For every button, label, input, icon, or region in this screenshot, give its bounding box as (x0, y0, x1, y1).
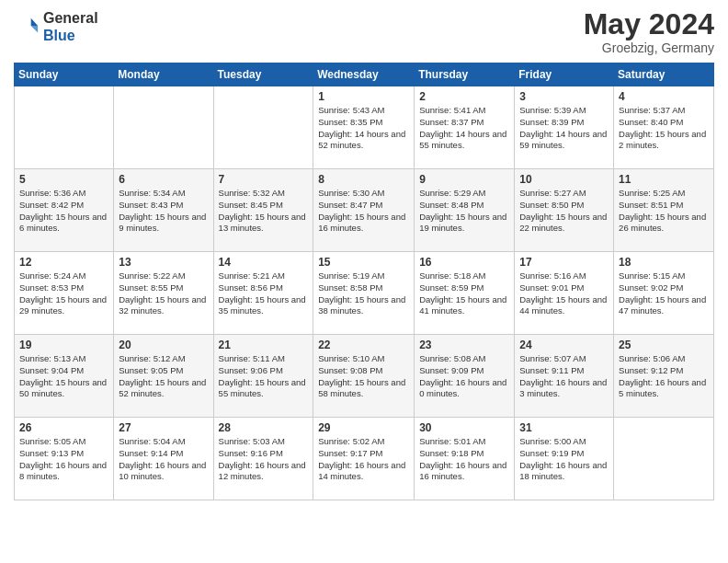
day-cell: 18Sunrise: 5:15 AMSunset: 9:02 PMDayligh… (614, 252, 714, 335)
day-info: Sunrise: 5:41 AMSunset: 8:37 PMDaylight:… (419, 105, 509, 152)
day-info: Sunrise: 5:32 AMSunset: 8:45 PMDaylight:… (219, 188, 309, 235)
week-row-2: 5Sunrise: 5:36 AMSunset: 8:42 PMDaylight… (15, 169, 714, 252)
day-number: 19 (19, 339, 108, 351)
day-cell: 8Sunrise: 5:30 AMSunset: 8:47 PMDaylight… (313, 169, 415, 252)
logo: General Blue (14, 9, 98, 44)
page-header: General Blue May 2024 Groebzig, Germany (14, 9, 714, 55)
day-info: Sunrise: 5:22 AMSunset: 8:55 PMDaylight:… (119, 270, 208, 317)
day-number: 28 (219, 421, 309, 434)
day-info: Sunrise: 5:06 AMSunset: 9:12 PMDaylight:… (619, 353, 709, 400)
day-cell (15, 86, 114, 169)
day-cell (114, 86, 213, 169)
day-cell (213, 86, 313, 169)
day-info: Sunrise: 5:27 AMSunset: 8:50 PMDaylight:… (519, 188, 609, 235)
day-number: 12 (19, 256, 108, 269)
day-info: Sunrise: 5:16 AMSunset: 9:01 PMDaylight:… (519, 270, 609, 317)
day-number: 23 (419, 339, 509, 351)
day-number: 26 (19, 421, 108, 434)
day-number: 20 (119, 339, 208, 351)
day-cell: 11Sunrise: 5:25 AMSunset: 8:51 PMDayligh… (614, 169, 714, 252)
day-number: 11 (619, 173, 709, 186)
day-info: Sunrise: 5:10 AMSunset: 9:08 PMDaylight:… (318, 353, 409, 400)
week-row-1: 1Sunrise: 5:43 AMSunset: 8:35 PMDaylight… (15, 86, 714, 169)
day-info: Sunrise: 5:43 AMSunset: 8:35 PMDaylight:… (318, 105, 409, 152)
day-number: 21 (219, 339, 309, 351)
day-number: 5 (19, 173, 108, 186)
day-cell: 25Sunrise: 5:06 AMSunset: 9:12 PMDayligh… (614, 335, 714, 418)
location: Groebzig, Germany (584, 40, 714, 55)
day-number: 31 (519, 421, 609, 434)
calendar: SundayMondayTuesdayWednesdayThursdayFrid… (14, 63, 714, 500)
day-number: 18 (619, 256, 709, 269)
day-cell: 13Sunrise: 5:22 AMSunset: 8:55 PMDayligh… (114, 252, 213, 335)
day-cell: 23Sunrise: 5:08 AMSunset: 9:09 PMDayligh… (415, 335, 515, 418)
day-number: 6 (119, 173, 208, 186)
day-info: Sunrise: 5:13 AMSunset: 9:04 PMDaylight:… (19, 353, 108, 400)
day-info: Sunrise: 5:39 AMSunset: 8:39 PMDaylight:… (519, 105, 609, 152)
day-info: Sunrise: 5:19 AMSunset: 8:58 PMDaylight:… (318, 270, 409, 317)
title-area: May 2024 Groebzig, Germany (584, 9, 714, 55)
weekday-header-tuesday: Tuesday (213, 63, 313, 86)
logo-text: General Blue (43, 9, 98, 44)
day-cell: 19Sunrise: 5:13 AMSunset: 9:04 PMDayligh… (15, 335, 114, 418)
day-cell: 24Sunrise: 5:07 AMSunset: 9:11 PMDayligh… (515, 335, 614, 418)
day-number: 27 (119, 421, 208, 434)
day-number: 3 (519, 90, 609, 103)
day-cell (614, 418, 714, 500)
day-cell: 10Sunrise: 5:27 AMSunset: 8:50 PMDayligh… (515, 169, 614, 252)
svg-marker-0 (31, 18, 38, 26)
day-info: Sunrise: 5:29 AMSunset: 8:48 PMDaylight:… (419, 188, 509, 235)
day-number: 16 (419, 256, 509, 269)
day-number: 15 (318, 256, 409, 269)
day-cell: 4Sunrise: 5:37 AMSunset: 8:40 PMDaylight… (614, 86, 714, 169)
day-info: Sunrise: 5:21 AMSunset: 8:56 PMDaylight:… (219, 270, 309, 317)
weekday-header-friday: Friday (515, 63, 614, 86)
weekday-header-row: SundayMondayTuesdayWednesdayThursdayFrid… (15, 63, 714, 86)
weekday-header-wednesday: Wednesday (313, 63, 415, 86)
week-row-3: 12Sunrise: 5:24 AMSunset: 8:53 PMDayligh… (15, 252, 714, 335)
svg-marker-1 (31, 26, 38, 32)
weekday-header-saturday: Saturday (614, 63, 714, 86)
day-number: 30 (419, 421, 509, 434)
day-info: Sunrise: 5:03 AMSunset: 9:16 PMDaylight:… (219, 436, 309, 483)
weekday-header-thursday: Thursday (415, 63, 515, 86)
day-cell: 30Sunrise: 5:01 AMSunset: 9:18 PMDayligh… (415, 418, 515, 500)
weekday-header-monday: Monday (114, 63, 213, 86)
day-cell: 20Sunrise: 5:12 AMSunset: 9:05 PMDayligh… (114, 335, 213, 418)
day-info: Sunrise: 5:24 AMSunset: 8:53 PMDaylight:… (19, 270, 108, 317)
day-cell: 14Sunrise: 5:21 AMSunset: 8:56 PMDayligh… (213, 252, 313, 335)
day-cell: 3Sunrise: 5:39 AMSunset: 8:39 PMDaylight… (515, 86, 614, 169)
week-row-4: 19Sunrise: 5:13 AMSunset: 9:04 PMDayligh… (15, 335, 714, 418)
week-row-5: 26Sunrise: 5:05 AMSunset: 9:13 PMDayligh… (15, 418, 714, 500)
day-cell: 31Sunrise: 5:00 AMSunset: 9:19 PMDayligh… (515, 418, 614, 500)
day-cell: 27Sunrise: 5:04 AMSunset: 9:14 PMDayligh… (114, 418, 213, 500)
day-number: 14 (219, 256, 309, 269)
day-number: 8 (318, 173, 409, 186)
day-info: Sunrise: 5:02 AMSunset: 9:17 PMDaylight:… (318, 436, 409, 483)
day-cell: 17Sunrise: 5:16 AMSunset: 9:01 PMDayligh… (515, 252, 614, 335)
day-cell: 2Sunrise: 5:41 AMSunset: 8:37 PMDaylight… (415, 86, 515, 169)
day-cell: 26Sunrise: 5:05 AMSunset: 9:13 PMDayligh… (15, 418, 114, 500)
day-number: 24 (519, 339, 609, 351)
weekday-header-sunday: Sunday (15, 63, 114, 86)
day-cell: 1Sunrise: 5:43 AMSunset: 8:35 PMDaylight… (313, 86, 415, 169)
day-cell: 12Sunrise: 5:24 AMSunset: 8:53 PMDayligh… (15, 252, 114, 335)
day-cell: 16Sunrise: 5:18 AMSunset: 8:59 PMDayligh… (415, 252, 515, 335)
day-number: 10 (519, 173, 609, 186)
day-info: Sunrise: 5:05 AMSunset: 9:13 PMDaylight:… (19, 436, 108, 483)
day-info: Sunrise: 5:36 AMSunset: 8:42 PMDaylight:… (19, 188, 108, 235)
day-cell: 5Sunrise: 5:36 AMSunset: 8:42 PMDaylight… (15, 169, 114, 252)
day-cell: 9Sunrise: 5:29 AMSunset: 8:48 PMDaylight… (415, 169, 515, 252)
day-number: 25 (619, 339, 709, 351)
day-cell: 28Sunrise: 5:03 AMSunset: 9:16 PMDayligh… (213, 418, 313, 500)
day-info: Sunrise: 5:01 AMSunset: 9:18 PMDaylight:… (419, 436, 509, 483)
day-cell: 22Sunrise: 5:10 AMSunset: 9:08 PMDayligh… (313, 335, 415, 418)
logo-blue: Blue (43, 27, 98, 44)
day-info: Sunrise: 5:25 AMSunset: 8:51 PMDaylight:… (619, 188, 709, 235)
day-info: Sunrise: 5:30 AMSunset: 8:47 PMDaylight:… (318, 188, 409, 235)
day-info: Sunrise: 5:08 AMSunset: 9:09 PMDaylight:… (419, 353, 509, 400)
day-info: Sunrise: 5:34 AMSunset: 8:43 PMDaylight:… (119, 188, 208, 235)
day-number: 2 (419, 90, 509, 103)
day-number: 1 (318, 90, 409, 103)
logo-general: General (43, 9, 98, 27)
